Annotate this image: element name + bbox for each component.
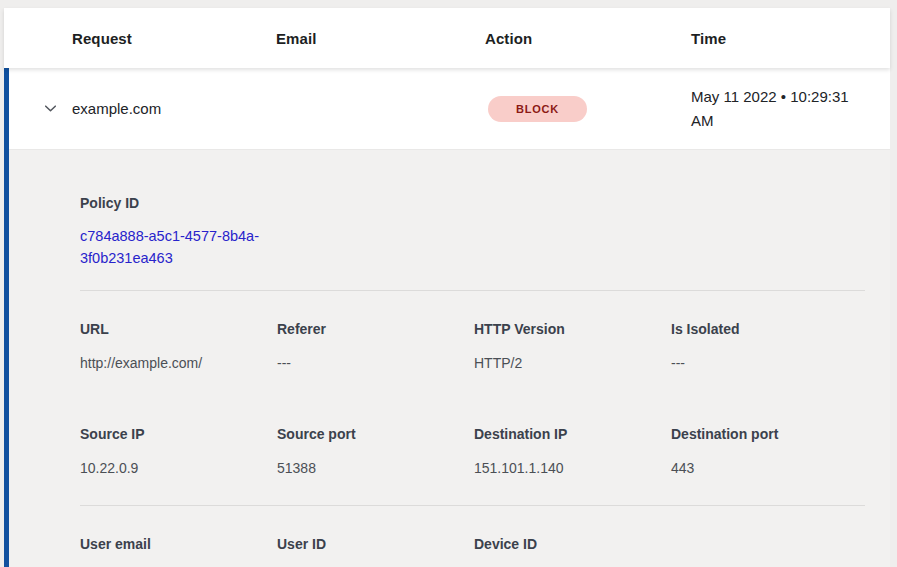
detail-field-source-port: Source port 51388 [277, 424, 474, 478]
row-time-value: May 11 2022 • 10:29:31 AM [691, 85, 890, 133]
table-header-row: Request Email Action Time [4, 8, 890, 68]
detail-value: http://example.com/ [80, 353, 277, 373]
policy-id-link[interactable]: c784a888-a5c1-4577-8b4a-3f0b231ea463 [80, 226, 280, 269]
detail-row-http: URL http://example.com/ Referer --- HTTP… [80, 319, 865, 373]
detail-label: Referer [277, 319, 474, 339]
detail-label: Source IP [80, 424, 277, 444]
row-action-cell: BLOCK [485, 96, 691, 122]
row-request-value: example.com [72, 100, 276, 117]
detail-field-user-email: User email --- [80, 534, 277, 567]
detail-field-destination-ip: Destination IP 151.101.1.140 [474, 424, 671, 478]
detail-field-empty [671, 534, 865, 567]
row-expand-toggle[interactable] [9, 100, 72, 117]
column-header-email: Email [276, 30, 485, 47]
column-header-request: Request [72, 30, 276, 47]
detail-label: Device ID [474, 534, 671, 554]
detail-field-source-ip: Source IP 10.22.0.9 [80, 424, 277, 478]
detail-value: --- [277, 353, 474, 373]
detail-value: --- [671, 353, 865, 373]
requests-log-table: Request Email Action Time example.com BL… [4, 8, 890, 567]
detail-label: User ID [277, 534, 474, 554]
detail-value: 10.22.0.9 [80, 458, 277, 478]
expanded-record: example.com BLOCK May 11 2022 • 10:29:31… [4, 68, 890, 567]
detail-label: User email [80, 534, 277, 554]
divider [80, 290, 865, 291]
column-header-time: Time [691, 30, 890, 47]
detail-field-destination-port: Destination port 443 [671, 424, 865, 478]
chevron-down-icon [42, 100, 59, 117]
detail-field-url: URL http://example.com/ [80, 319, 277, 373]
detail-field-referer: Referer --- [277, 319, 474, 373]
status-badge-block: BLOCK [488, 96, 587, 122]
record-details-panel: Policy ID c784a888-a5c1-4577-8b4a-3f0b23… [9, 150, 890, 567]
divider [80, 505, 865, 506]
detail-field-is-isolated: Is Isolated --- [671, 319, 865, 373]
detail-label: HTTP Version [474, 319, 671, 339]
column-header-action: Action [485, 30, 691, 47]
detail-label: URL [80, 319, 277, 339]
policy-id-label: Policy ID [80, 193, 280, 213]
detail-field-device-id: Device ID --- [474, 534, 671, 567]
policy-id-section: Policy ID c784a888-a5c1-4577-8b4a-3f0b23… [80, 193, 280, 269]
detail-value: 151.101.1.140 [474, 458, 671, 478]
detail-label: Is Isolated [671, 319, 865, 339]
detail-field-http-version: HTTP Version HTTP/2 [474, 319, 671, 373]
detail-row-user: User email --- User ID --- Device ID --- [80, 534, 865, 567]
detail-label: Source port [277, 424, 474, 444]
detail-value: 443 [671, 458, 865, 478]
table-row[interactable]: example.com BLOCK May 11 2022 • 10:29:31… [9, 68, 890, 150]
detail-row-network: Source IP 10.22.0.9 Source port 51388 De… [80, 424, 865, 478]
detail-field-user-id: User ID --- [277, 534, 474, 567]
detail-value: 51388 [277, 458, 474, 478]
detail-value: HTTP/2 [474, 353, 671, 373]
detail-label: Destination IP [474, 424, 671, 444]
detail-label: Destination port [671, 424, 865, 444]
